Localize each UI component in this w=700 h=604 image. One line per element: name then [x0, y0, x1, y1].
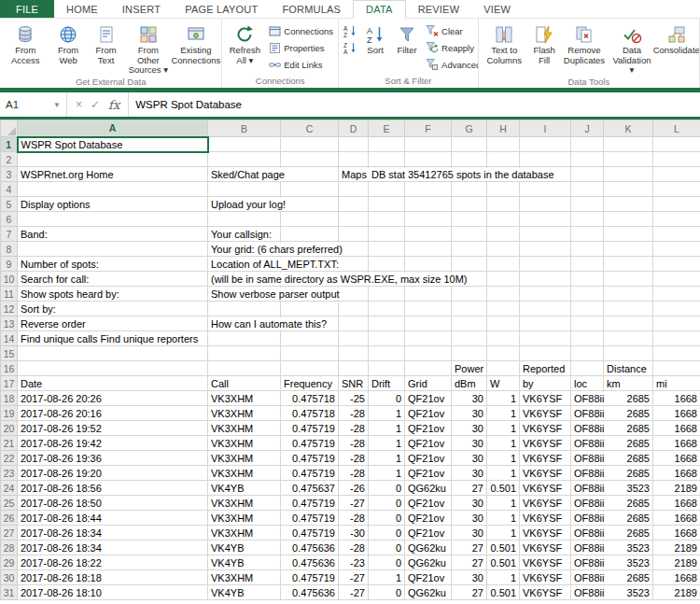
cell-L5[interactable]: [653, 197, 700, 212]
cell-K20[interactable]: 2685: [604, 421, 653, 436]
cell-B19[interactable]: VK3XHM: [208, 406, 281, 421]
cell-L19[interactable]: 1668: [653, 406, 700, 421]
cell-E16[interactable]: [369, 361, 405, 376]
from-text-button[interactable]: From Text: [88, 20, 125, 76]
cell-G19[interactable]: 30: [452, 406, 487, 421]
cell-D30[interactable]: -27: [339, 570, 369, 585]
cell-G5[interactable]: [452, 197, 487, 212]
cell-A1[interactable]: WSPR Spot Database: [18, 137, 208, 152]
cell-G8[interactable]: [452, 242, 487, 257]
row-header-29[interactable]: 29: [1, 555, 18, 570]
cell-J11[interactable]: [571, 287, 604, 302]
cell-H25[interactable]: 1: [487, 496, 520, 511]
cell-E21[interactable]: 1: [369, 436, 405, 451]
cell-E27[interactable]: 0: [369, 526, 405, 541]
cell-D28[interactable]: -28: [339, 541, 369, 555]
cell-H15[interactable]: [487, 346, 520, 361]
cell-G1[interactable]: [452, 137, 487, 152]
cell-K7[interactable]: [604, 227, 653, 242]
cell-H12[interactable]: [487, 302, 520, 316]
cell-H26[interactable]: 1: [487, 511, 520, 526]
cell-F14[interactable]: [405, 331, 452, 346]
cell-J12[interactable]: [571, 302, 604, 316]
cell-I5[interactable]: [520, 197, 571, 212]
cell-G9[interactable]: [452, 257, 487, 272]
cell-G18[interactable]: 30: [452, 391, 487, 406]
cell-B20[interactable]: VK3XHM: [208, 421, 281, 436]
existing-connections-button[interactable]: Existing Connections: [172, 20, 219, 76]
cell-F7[interactable]: [405, 227, 452, 242]
cell-C2[interactable]: [281, 152, 339, 167]
cell-E25[interactable]: 0: [369, 496, 405, 511]
cell-K14[interactable]: [604, 331, 653, 346]
row-header-15[interactable]: 15: [1, 346, 18, 361]
reapply-button[interactable]: Reapply: [423, 39, 479, 56]
cell-D4[interactable]: [339, 182, 369, 197]
column-header-b[interactable]: B: [208, 120, 281, 137]
cell-D15[interactable]: [339, 346, 369, 361]
sort-ascending-button[interactable]: AZ: [341, 22, 359, 39]
advanced-button[interactable]: Advanced: [423, 56, 479, 73]
cell-I25[interactable]: VK6YSF: [520, 496, 571, 511]
edit-links-button[interactable]: Edit Links: [265, 56, 336, 73]
row-header-28[interactable]: 28: [1, 541, 18, 555]
cell-G28[interactable]: 27: [452, 541, 487, 555]
cell-H1[interactable]: [487, 137, 520, 152]
cell-F18[interactable]: QF21ov: [405, 391, 452, 406]
cell-G2[interactable]: [452, 152, 487, 167]
cell-J5[interactable]: [571, 197, 604, 212]
cell-A22[interactable]: 2017-08-26 19:36: [18, 451, 208, 466]
cell-C18[interactable]: 0.475718: [281, 391, 339, 406]
cell-D13[interactable]: [339, 316, 369, 331]
cell-H14[interactable]: [487, 331, 520, 346]
row-header-19[interactable]: 19: [1, 406, 18, 421]
cell-K11[interactable]: [604, 287, 653, 302]
column-header-j[interactable]: J: [571, 120, 604, 137]
cell-G15[interactable]: [452, 346, 487, 361]
cell-H21[interactable]: 1: [487, 436, 520, 451]
cell-I20[interactable]: VK6YSF: [520, 421, 571, 436]
cell-K21[interactable]: 2685: [604, 436, 653, 451]
cell-J3[interactable]: [571, 167, 604, 182]
cell-L7[interactable]: [653, 227, 700, 242]
cell-J14[interactable]: [571, 331, 604, 346]
cell-A19[interactable]: 2017-08-26 20:16: [18, 406, 208, 421]
cell-D26[interactable]: -28: [339, 511, 369, 526]
cell-A28[interactable]: 2017-08-26 18:34: [18, 541, 208, 555]
cell-L20[interactable]: 1668: [653, 421, 700, 436]
row-header-24[interactable]: 24: [1, 481, 18, 496]
cell-L3[interactable]: [653, 167, 700, 182]
row-header-23[interactable]: 23: [1, 466, 18, 481]
cell-C17[interactable]: Frequency: [281, 376, 339, 391]
cell-A12[interactable]: Sort by:: [18, 302, 208, 316]
cell-A16[interactable]: [18, 361, 208, 376]
cell-J15[interactable]: [571, 346, 604, 361]
connections-button[interactable]: Connections: [265, 22, 336, 39]
cell-L30[interactable]: 1668: [653, 570, 700, 585]
cell-F3[interactable]: 35412765 spots in the database: [405, 167, 452, 182]
column-header-k[interactable]: K: [604, 120, 653, 137]
cell-F12[interactable]: [405, 302, 452, 316]
cell-G14[interactable]: [452, 331, 487, 346]
cell-E24[interactable]: 0: [369, 481, 405, 496]
cell-H17[interactable]: W: [487, 376, 520, 391]
cell-D17[interactable]: SNR: [339, 376, 369, 391]
cell-C25[interactable]: 0.475719: [281, 496, 339, 511]
cell-K9[interactable]: [604, 257, 653, 272]
cell-D18[interactable]: -25: [339, 391, 369, 406]
row-header-7[interactable]: 7: [1, 227, 18, 242]
cell-C21[interactable]: 0.475719: [281, 436, 339, 451]
cell-J1[interactable]: [571, 137, 604, 152]
cell-L21[interactable]: 1668: [653, 436, 700, 451]
cell-A27[interactable]: 2017-08-26 18:34: [18, 526, 208, 541]
cell-E12[interactable]: [369, 302, 405, 316]
cell-H8[interactable]: [487, 242, 520, 257]
cell-I11[interactable]: [520, 287, 571, 302]
cell-J20[interactable]: OF88ii: [571, 421, 604, 436]
cell-L15[interactable]: [653, 346, 700, 361]
cell-B21[interactable]: VK3XHM: [208, 436, 281, 451]
cell-J4[interactable]: [571, 182, 604, 197]
cell-L2[interactable]: [653, 152, 700, 167]
cell-C16[interactable]: [281, 361, 339, 376]
cell-C1[interactable]: [281, 137, 339, 152]
